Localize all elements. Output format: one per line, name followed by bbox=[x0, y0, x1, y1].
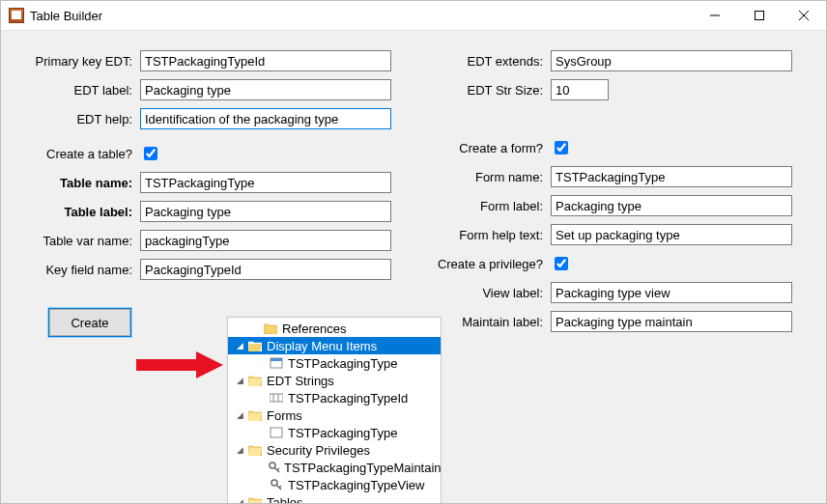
tree-item[interactable]: TSTPackagingType bbox=[228, 424, 441, 441]
table-builder-window: Table Builder Primary key EDT: EDT label… bbox=[0, 0, 827, 504]
tree-item[interactable]: TSTPackagingTypeId bbox=[228, 389, 441, 406]
svg-rect-11 bbox=[271, 428, 282, 437]
tree-item[interactable]: TSTPackagingTypeView bbox=[228, 476, 441, 493]
table-name-input[interactable] bbox=[140, 172, 391, 193]
tree-label: Tables bbox=[267, 495, 309, 505]
menu-item-icon bbox=[269, 355, 284, 371]
create-privilege-label: Create a privilege? bbox=[421, 257, 551, 271]
tree-node-display-menu-items[interactable]: ◢ Display Menu Items bbox=[228, 337, 441, 354]
edt-icon bbox=[269, 390, 284, 406]
left-column: Primary key EDT: EDT label: EDT help: Cr… bbox=[1, 46, 398, 336]
tree-node-edt-strings[interactable]: ◢ EDT Strings bbox=[228, 372, 441, 389]
table-name-label: Table name: bbox=[5, 176, 140, 190]
key-field-name-input[interactable] bbox=[140, 259, 391, 280]
primary-key-edt-label: Primary key EDT: bbox=[5, 54, 140, 69]
tree-label: Security Privileges bbox=[267, 443, 376, 458]
primary-key-edt-input[interactable] bbox=[140, 50, 391, 71]
tree-label: EDT Strings bbox=[267, 374, 340, 388]
folder-open-icon bbox=[247, 338, 263, 353]
view-label-label: View label: bbox=[421, 286, 551, 300]
maximize-button[interactable] bbox=[737, 1, 782, 30]
tree-label: Display Menu Items bbox=[267, 339, 383, 353]
tree-item[interactable]: TSTPackagingType bbox=[228, 354, 441, 372]
tree-node-security[interactable]: ◢ Security Privileges bbox=[228, 441, 441, 459]
tree-node-tables[interactable]: ◢ Tables bbox=[228, 493, 441, 504]
folder-open-icon bbox=[247, 494, 263, 504]
tree-label: TSTPackagingTypeView bbox=[288, 478, 430, 492]
edt-str-size-input[interactable] bbox=[551, 79, 609, 100]
tree-label: TSTPackagingType bbox=[288, 356, 403, 371]
tree-label: Forms bbox=[267, 408, 308, 423]
edt-help-input[interactable] bbox=[140, 108, 391, 129]
edt-extends-input[interactable] bbox=[551, 50, 792, 71]
create-form-checkbox[interactable] bbox=[555, 141, 568, 154]
svg-marker-5 bbox=[196, 351, 223, 378]
folder-open-icon bbox=[247, 442, 263, 458]
svg-rect-1 bbox=[756, 12, 764, 20]
window-title: Table Builder bbox=[30, 9, 102, 23]
app-icon bbox=[9, 8, 24, 23]
right-column: EDT extends: EDT Str Size: Create a form… bbox=[398, 46, 826, 336]
tree-node-references[interactable]: References bbox=[228, 320, 441, 337]
form-label-label: Form label: bbox=[421, 199, 551, 213]
svg-line-17 bbox=[279, 486, 281, 488]
edt-help-label: EDT help: bbox=[5, 112, 140, 126]
create-privilege-checkbox[interactable] bbox=[555, 257, 568, 270]
minimize-button[interactable] bbox=[693, 1, 737, 30]
folder-open-icon bbox=[247, 407, 263, 423]
form-help-text-label: Form help text: bbox=[421, 228, 551, 242]
titlebar: Table Builder bbox=[1, 1, 826, 31]
expander-collapse-icon[interactable]: ◢ bbox=[234, 341, 245, 350]
form-label-input[interactable] bbox=[551, 195, 792, 216]
svg-line-14 bbox=[277, 468, 279, 470]
form-icon bbox=[269, 425, 284, 440]
expander-collapse-icon[interactable]: ◢ bbox=[234, 497, 245, 504]
tree-label: TSTPackagingType bbox=[288, 426, 403, 440]
create-table-label: Create a table? bbox=[5, 147, 140, 161]
form-help-text-input[interactable] bbox=[551, 224, 792, 245]
create-table-checkbox[interactable] bbox=[144, 147, 157, 160]
tree-label: TSTPackagingTypeMaintain bbox=[284, 461, 442, 475]
key-field-name-label: Key field name: bbox=[5, 263, 140, 277]
maintain-label-input[interactable] bbox=[551, 311, 792, 332]
expander-collapse-icon[interactable]: ◢ bbox=[234, 445, 245, 455]
form-name-label: Form name: bbox=[421, 170, 551, 184]
key-icon bbox=[269, 460, 280, 475]
edt-label-input[interactable] bbox=[140, 79, 391, 100]
expander-collapse-icon[interactable]: ◢ bbox=[234, 410, 245, 420]
tree-node-forms[interactable]: ◢ Forms bbox=[228, 406, 441, 424]
content-area: Primary key EDT: EDT label: EDT help: Cr… bbox=[1, 31, 826, 503]
table-label-label: Table label: bbox=[5, 205, 140, 219]
tree-label: References bbox=[282, 322, 352, 336]
tree-label: TSTPackagingTypeId bbox=[288, 391, 414, 406]
table-label-input[interactable] bbox=[140, 201, 391, 222]
folder-icon bbox=[263, 321, 278, 336]
create-form-label: Create a form? bbox=[421, 141, 551, 155]
project-tree[interactable]: References ◢ Display Menu Items TSTPacka… bbox=[227, 317, 442, 504]
edt-str-size-label: EDT Str Size: bbox=[421, 83, 551, 98]
create-button[interactable]: Create bbox=[49, 309, 130, 336]
folder-open-icon bbox=[247, 373, 263, 388]
expander-collapse-icon[interactable]: ◢ bbox=[234, 376, 245, 385]
arrow-annotation bbox=[136, 351, 223, 378]
form-name-input[interactable] bbox=[551, 166, 792, 187]
svg-rect-4 bbox=[136, 359, 196, 371]
key-icon bbox=[269, 477, 284, 492]
create-button-label: Create bbox=[71, 316, 108, 330]
table-var-name-input[interactable] bbox=[140, 230, 391, 251]
svg-rect-8 bbox=[270, 394, 283, 402]
view-label-input[interactable] bbox=[551, 282, 792, 303]
table-var-name-label: Table var name: bbox=[5, 234, 140, 248]
tree-item[interactable]: TSTPackagingTypeMaintain bbox=[228, 459, 441, 476]
svg-rect-7 bbox=[271, 358, 282, 361]
edt-label-label: EDT label: bbox=[5, 83, 140, 98]
close-button[interactable] bbox=[782, 1, 826, 30]
edt-extends-label: EDT extends: bbox=[421, 54, 551, 69]
